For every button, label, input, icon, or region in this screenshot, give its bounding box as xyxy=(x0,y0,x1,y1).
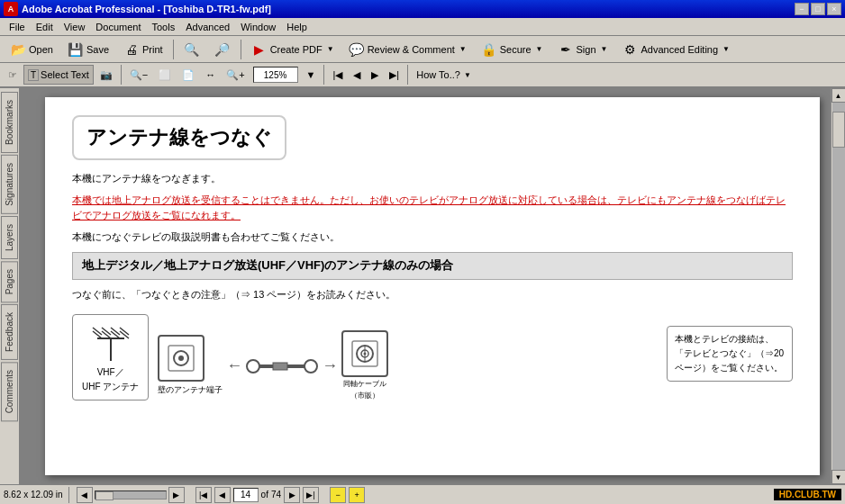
sep4 xyxy=(323,65,324,85)
open-button[interactable]: 📂 Open xyxy=(4,39,59,60)
review-button[interactable]: 💬 Review & Comment ▼ xyxy=(342,39,473,60)
svg-point-12 xyxy=(178,356,184,361)
browse-icon: 🔎 xyxy=(214,41,231,58)
page-first-button[interactable]: |◀ xyxy=(195,487,212,503)
zoom-input[interactable] xyxy=(253,67,298,83)
svg-line-9 xyxy=(120,328,129,335)
zoom-width-button[interactable]: ↔ xyxy=(201,65,220,85)
select-text-button[interactable]: T Select Text xyxy=(23,65,94,85)
hscroll-track[interactable] xyxy=(95,490,167,500)
hand-tool-button[interactable]: ☞ xyxy=(4,65,22,85)
nav-first-button[interactable]: |◀ xyxy=(328,65,347,85)
secure-arrow: ▼ xyxy=(536,45,543,53)
comments-tab[interactable]: Comments xyxy=(1,362,18,421)
zoom-select-button[interactable]: ⬜ xyxy=(154,65,176,85)
menu-view[interactable]: View xyxy=(59,20,91,34)
menu-help[interactable]: Help xyxy=(281,20,313,34)
nav-last-button[interactable]: ▶| xyxy=(385,65,404,85)
page-total: 74 xyxy=(271,490,281,500)
page-of: of xyxy=(261,490,268,500)
how-to-arrow: ▼ xyxy=(464,71,471,79)
secure-button[interactable]: 🔒 Secure ▼ xyxy=(475,39,550,60)
app-icon: A xyxy=(4,2,18,16)
brand-watermark: HD.CLUB.TW xyxy=(774,489,841,500)
open-icon: 📂 xyxy=(10,41,26,58)
feedback-tab[interactable]: Feedback xyxy=(1,304,18,360)
maximize-button[interactable]: □ xyxy=(811,3,825,15)
scroll-up-button[interactable]: ▲ xyxy=(831,88,846,103)
page-prev-button[interactable]: ◀ xyxy=(214,487,231,503)
position-display: 8.62 x 12.09 in xyxy=(4,490,63,500)
menu-tools[interactable]: Tools xyxy=(147,20,181,34)
page-number-input[interactable] xyxy=(233,488,259,502)
save-button[interactable]: 💾 Save xyxy=(61,39,115,60)
create-pdf-button[interactable]: ▶ Create PDF ▼ xyxy=(245,39,341,60)
zoom-page-button[interactable]: 📄 xyxy=(177,65,199,85)
page-last-button[interactable]: ▶| xyxy=(303,487,319,503)
print-icon: 🖨 xyxy=(123,41,140,58)
snapshot-button[interactable]: 📷 xyxy=(95,65,117,85)
menu-document[interactable]: Document xyxy=(90,20,146,34)
menu-file[interactable]: File xyxy=(4,20,31,34)
pdf-note-before: つなぐ前に、「つなぐときの注意」（⇒ 13 ページ）をお読みください。 xyxy=(72,287,793,303)
menu-edit[interactable]: Edit xyxy=(31,20,59,34)
layers-tab[interactable]: Layers xyxy=(1,216,18,259)
scroll-track[interactable] xyxy=(832,103,845,470)
camera-icon: 📷 xyxy=(100,69,113,81)
nav-next-button[interactable]: ▶ xyxy=(367,65,383,85)
review-arrow: ▼ xyxy=(459,45,467,53)
save-icon: 💾 xyxy=(68,41,84,58)
pdf-para2: 本機では地上アナログ放送を受信することはできません。ただし、お使いのテレビがアナ… xyxy=(72,193,793,224)
advanced-icon: ⚙ xyxy=(622,41,638,58)
svg-point-16 xyxy=(304,360,317,373)
svg-rect-15 xyxy=(273,363,287,370)
print-button[interactable]: 🖨 Print xyxy=(117,39,169,60)
hand-icon: ☞ xyxy=(8,69,17,81)
signatures-tab[interactable]: Signatures xyxy=(1,155,18,214)
hscroll-right-button[interactable]: ▶ xyxy=(168,487,185,503)
advanced-arrow: ▼ xyxy=(722,45,730,53)
svg-line-4 xyxy=(111,331,120,338)
minimize-button[interactable]: − xyxy=(795,3,809,15)
advanced-editing-button[interactable]: ⚙ Advanced Editing ▼ xyxy=(615,39,736,60)
zoom-in-button[interactable]: 🔍+ xyxy=(222,65,249,85)
vertical-scrollbar: ▲ ▼ xyxy=(831,88,845,484)
zoom-in-status-button[interactable]: + xyxy=(349,487,365,503)
device-connector-svg xyxy=(349,338,381,370)
device-connector-box xyxy=(341,330,388,377)
zoom-out-status-button[interactable]: − xyxy=(330,487,346,503)
sep5 xyxy=(407,65,408,85)
nav-prev-button[interactable]: ◀ xyxy=(349,65,365,85)
browse-button[interactable]: 🔎 xyxy=(208,39,237,60)
arrow-right-icon: → xyxy=(322,353,338,379)
page-nav-section: |◀ ◀ of 74 ▶ ▶| xyxy=(195,487,319,503)
width-icon: ↔ xyxy=(205,69,215,80)
antenna-label2: UHF アンテナ xyxy=(82,380,139,394)
search-button[interactable]: 🔍 xyxy=(177,39,206,60)
menu-advanced[interactable]: Advanced xyxy=(180,20,235,34)
svg-line-6 xyxy=(93,328,102,335)
close-button[interactable]: × xyxy=(827,3,841,15)
pdf-viewer: アンテナ線をつなぐ 本機にアンテナ線をつなぎます。 本機では地上アナログ放送を受… xyxy=(20,88,845,484)
svg-point-13 xyxy=(247,360,259,373)
menu-window[interactable]: Window xyxy=(235,20,281,34)
bookmarks-tab[interactable]: Bookmarks xyxy=(1,92,18,153)
page-icon: 📄 xyxy=(182,69,195,81)
zoom-dropdown-button[interactable]: ▼ xyxy=(302,65,321,85)
sep3 xyxy=(121,65,122,85)
search-icon: 🔍 xyxy=(184,41,200,58)
page-next-button[interactable]: ▶ xyxy=(284,487,300,503)
zoom-out-button[interactable]: 🔍− xyxy=(125,65,152,85)
scroll-thumb[interactable] xyxy=(832,112,845,148)
sign-button[interactable]: ✒ Sign ▼ xyxy=(551,39,614,60)
lock-icon: 🔒 xyxy=(481,41,497,58)
scroll-down-button[interactable]: ▼ xyxy=(831,470,846,484)
wall-connector-box xyxy=(158,335,204,382)
sign-arrow: ▼ xyxy=(601,45,608,53)
hscroll-left-button[interactable]: ◀ xyxy=(77,487,93,503)
pages-tab[interactable]: Pages xyxy=(1,261,18,302)
how-to-button[interactable]: How To..? ▼ xyxy=(412,65,476,85)
cable-label: 同軸ケーブル （市販） xyxy=(341,379,388,402)
wall-connector-area: 壁のアンテナ端子 xyxy=(158,335,223,396)
titlebar: A Adobe Acrobat Professional - [Toshiba … xyxy=(0,0,845,18)
